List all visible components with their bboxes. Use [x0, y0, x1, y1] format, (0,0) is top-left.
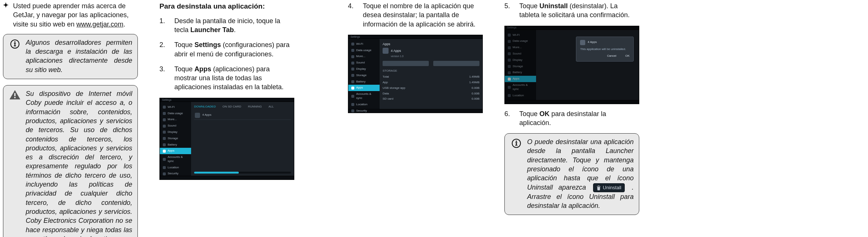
uninstall-heading: Para desinstala una aplicación: — [159, 1, 294, 11]
step-5-bold: Uninstall — [539, 2, 568, 10]
dialog-ok: OK — [625, 54, 630, 58]
step-4-number: 4. — [348, 1, 357, 29]
ss2-side-item: Battery — [348, 79, 380, 85]
step-5-pre: Toque — [519, 2, 539, 10]
svg-rect-6 — [15, 93, 16, 96]
step-6-bold: OK — [539, 110, 549, 118]
ss2-kv: SD card0.00B — [383, 96, 479, 102]
column-1: ✦ Usted puede aprender más acerca de Get… — [3, 1, 138, 237]
ss2-side-item: Sound — [348, 60, 380, 66]
step-2-number: 2. — [159, 40, 168, 59]
info-icon — [511, 138, 522, 149]
ss1-side-item: Storage — [160, 135, 191, 142]
ss3-main: 4 Apps This application will be uninstal… — [536, 30, 639, 100]
ss1-side-item: Location — [160, 165, 191, 171]
step-3: 3. Toque Apps (aplicaciones) para mostra… — [159, 65, 294, 92]
step-2-pre: Toque — [174, 41, 194, 49]
ss1-tab: ON SD CARD — [222, 105, 241, 109]
ss2-app-title: 4 Apps — [383, 48, 479, 54]
step-6-number: 6. — [504, 109, 513, 128]
app-icon — [383, 48, 389, 54]
ss2-sidebar: Wi-Fi Data usage More... Sound Display S… — [348, 39, 380, 109]
ss1-side-item: Security — [160, 171, 191, 177]
step-3-pre: Toque — [174, 65, 194, 73]
step-4: 4. Toque el nombre de la aplicación que … — [348, 1, 483, 29]
ss3-side-item: Accounts & sync — [505, 82, 536, 93]
ss2-storage-title: STORAGE — [383, 69, 479, 73]
ss1-side-item: Wi-Fi — [160, 104, 191, 110]
ss2-side-item: Location — [348, 102, 380, 108]
ss1-main: DOWNLOADED ON SD CARD RUNNING ALL 4 Apps — [191, 102, 294, 176]
ss1-side-item: Display — [160, 129, 191, 135]
column-gap — [316, 1, 326, 237]
ss2-apps-label: Apps — [383, 42, 479, 46]
ss2-side-item: Storage — [348, 72, 380, 79]
svg-rect-11 — [516, 142, 517, 145]
ss3-side-item: Wi-Fi — [505, 32, 536, 38]
info-callout-launcher: O puede desinstalar una aplicación desde… — [504, 133, 639, 215]
page: ✦ Usted puede aprender más acerca de Get… — [0, 0, 868, 237]
ss1-side-item: Battery — [160, 142, 191, 148]
ss3-side-item-apps: Apps — [505, 76, 536, 82]
step-3-number: 3. — [159, 65, 168, 92]
ss1-window-title: Settings — [162, 98, 171, 102]
ss1-tab: ALL — [269, 105, 274, 109]
ss3-side-item: Sound — [505, 51, 536, 57]
ss2-uninstall-button — [433, 61, 479, 66]
warning-callout-thirdparty: Su dispositivo de Internet móvil Coby pu… — [3, 85, 138, 237]
ss2-kv: App1.49MB — [383, 80, 479, 85]
ss2-side-item: Data usage — [348, 47, 380, 54]
ss2-side-item: Security — [348, 108, 380, 113]
bullet-tail: . — [123, 21, 125, 28]
step-2: 2. Toque Settings (configuraciones) para… — [159, 40, 294, 59]
ss3-side-item: Battery — [505, 69, 536, 76]
ss3-side-item: Display — [505, 57, 536, 63]
warning-callout-text: Su dispositivo de Internet móvil Coby pu… — [26, 89, 132, 237]
getjar-link[interactable]: www.getjar.com — [76, 21, 123, 28]
ss1-side-item: Data usage — [160, 110, 191, 117]
ss2-side-item: Accounts & sync — [348, 91, 380, 102]
ss2-side-item: Wi-Fi — [348, 41, 380, 47]
step-2-bold: Settings — [194, 41, 221, 49]
info-callout-launcher-body: O puede desinstalar una aplicación desde… — [527, 137, 634, 210]
info-icon — [10, 39, 20, 49]
ss1-side-item: Accounts & sync — [160, 154, 191, 165]
step-1-number: 1. — [159, 16, 168, 35]
ss2-forcestop-button — [383, 61, 429, 66]
info-callout-text: Algunos desarrolladores permiten la desc… — [26, 38, 132, 74]
uninstall-chip-label: Uninstall — [603, 184, 621, 191]
step-3-bold: Apps — [194, 65, 211, 73]
column-4: 5. Toque Uninstall (desinstalar). La tab… — [504, 1, 639, 237]
bullet-getjar: ✦ Usted puede aprender más acerca de Get… — [3, 1, 138, 29]
ss1-scrollbar — [194, 172, 291, 174]
step-6: 6. Toque OK para desinstalar la aplicaci… — [504, 109, 639, 128]
column-2: Para desinstala una aplicación: 1. Desde… — [159, 1, 294, 237]
step-5: 5. Toque Uninstall (desinstalar). La tab… — [504, 1, 639, 20]
ss1-app-row: 4 Apps — [194, 111, 291, 120]
ss3-side-item: Location — [505, 93, 536, 99]
dialog-cancel: Cancel — [607, 54, 617, 58]
ss3-side-item: Data usage — [505, 38, 536, 44]
dialog-title: 4 Apps — [587, 40, 596, 44]
ss1-side-item: Sound — [160, 123, 191, 129]
screenshot-app-info: Settings Wi-Fi Data usage More... Sound … — [348, 35, 483, 113]
svg-rect-7 — [14, 97, 15, 98]
svg-point-9 — [516, 141, 517, 142]
ss2-kv: Data0.00B — [383, 91, 479, 97]
bullet-body: Usted puede aprender más acerca de GetJa… — [13, 1, 138, 29]
ss3-side-item: Storage — [505, 63, 536, 70]
dialog-app-icon — [580, 40, 585, 45]
ss2-side-item: Display — [348, 66, 380, 72]
ss3-sidebar: Wi-Fi Data usage More... Sound Display S… — [505, 30, 536, 100]
trash-icon — [596, 185, 601, 190]
ss1-sidebar: Wi-Fi Data usage More... Sound Display S… — [160, 102, 191, 176]
ss1-side-item-apps: Apps — [160, 148, 191, 154]
ss3-window-title: Settings — [507, 26, 516, 29]
svg-point-1 — [14, 41, 16, 43]
ss3-dialog: 4 Apps This application will be uninstal… — [576, 37, 634, 62]
screenshot-settings-apps: Settings Wi-Fi Data usage More... Sound … — [159, 98, 294, 180]
ss1-tab: RUNNING — [248, 105, 262, 109]
ss2-main: Apps 4 Apps version 1.0 STORAGE Total1.4… — [380, 39, 482, 109]
step-5-number: 5. — [504, 1, 513, 20]
step-4-text: Toque el nombre de la aplicación que des… — [363, 1, 483, 29]
